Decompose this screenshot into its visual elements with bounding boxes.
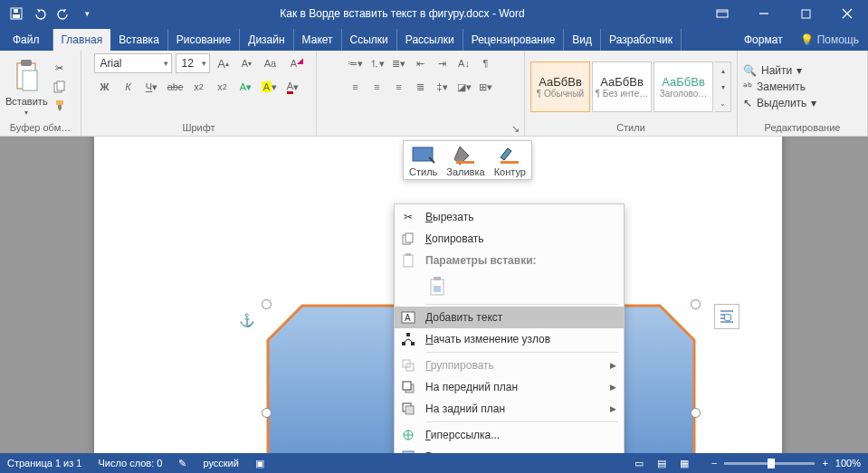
italic-icon[interactable]: К — [119, 77, 138, 97]
styles-gallery-scroll[interactable]: ▴▾⌄ — [715, 61, 731, 112]
paste-icon[interactable] — [10, 58, 43, 94]
status-proof-icon[interactable]: ✎ — [178, 458, 186, 469]
status-lang[interactable]: русский — [203, 458, 238, 468]
anchor-icon[interactable]: ⚓ — [239, 313, 254, 327]
copy-icon[interactable] — [52, 79, 68, 95]
svg-rect-19 — [434, 277, 441, 280]
tab-insert[interactable]: Вставка — [110, 29, 168, 51]
ctx-add-text[interactable]: AДобавить текст — [395, 307, 624, 328]
highlight-icon[interactable]: A▾ — [260, 77, 280, 97]
justify-icon[interactable]: ≣ — [412, 77, 430, 97]
ctx-copy[interactable]: Копировать — [395, 228, 624, 250]
qat-dropdown-icon[interactable]: ▾ — [76, 3, 98, 24]
svg-rect-7 — [23, 71, 37, 90]
svg-rect-1 — [13, 14, 20, 18]
handle-tl[interactable] — [262, 299, 272, 309]
tab-file[interactable]: Файл — [0, 29, 53, 51]
zoom-slider[interactable] — [724, 462, 815, 465]
ctx-cut[interactable]: ✂Вырезать — [395, 206, 624, 228]
tab-draw[interactable]: Рисование — [168, 29, 240, 51]
close-icon[interactable] — [826, 0, 868, 27]
indent-icon[interactable]: ⇥ — [434, 53, 452, 73]
bullets-icon[interactable]: ≔▾ — [347, 53, 365, 73]
save-icon[interactable] — [5, 3, 27, 24]
showmarks-icon[interactable]: ¶ — [477, 53, 495, 73]
align-center-icon[interactable]: ≡ — [368, 77, 386, 97]
zoom-value[interactable]: 100% — [835, 458, 861, 468]
cut-icon[interactable]: ✂ — [52, 60, 68, 76]
outline-icon — [497, 145, 522, 165]
align-left-icon[interactable]: ≡ — [347, 77, 365, 97]
font-name-combo[interactable]: Arial — [94, 53, 172, 73]
handle-ml[interactable] — [262, 408, 272, 418]
tab-view[interactable]: Вид — [564, 29, 601, 51]
tab-home[interactable]: Главная — [53, 29, 111, 51]
mini-fill[interactable]: Заливка — [446, 145, 484, 177]
view-web-icon[interactable]: ▦ — [673, 455, 695, 471]
status-macro-icon[interactable]: ▣ — [255, 458, 264, 469]
view-read-icon[interactable]: ▭ — [628, 455, 650, 471]
ctx-send-back[interactable]: На задний план▶ — [395, 398, 624, 420]
font-size-combo[interactable]: 12 — [176, 53, 210, 73]
strike-icon[interactable]: abc — [166, 77, 186, 97]
ctx-hyperlink[interactable]: Гиперссылка... — [395, 424, 624, 446]
zoom-out-icon[interactable]: − — [711, 458, 717, 468]
context-menu: ✂Вырезать Копировать Параметры вставки: … — [394, 203, 625, 473]
outdent-icon[interactable]: ⇤ — [412, 53, 430, 73]
clear-format-icon[interactable]: A◢ — [284, 53, 304, 73]
shrink-font-icon[interactable]: A▾ — [237, 53, 257, 73]
subscript-icon[interactable]: x2 — [189, 77, 209, 97]
formatpainter-icon[interactable] — [52, 98, 68, 114]
underline-icon[interactable]: Ч▾ — [142, 77, 162, 97]
mini-outline[interactable]: Контур — [494, 145, 526, 177]
paste-option-picture[interactable] — [425, 274, 451, 299]
style-normal[interactable]: АаБбВв¶ Обычный — [530, 61, 590, 112]
status-words[interactable]: Число слов: 0 — [98, 458, 162, 468]
layout-options-button[interactable] — [714, 304, 739, 329]
zoom-in-icon[interactable]: + — [822, 458, 827, 468]
font-color-icon[interactable]: A▾ — [283, 77, 303, 97]
grow-font-icon[interactable]: A▴ — [214, 53, 234, 73]
ribbon-options-icon[interactable] — [701, 0, 743, 27]
tab-developer[interactable]: Разработчик — [601, 29, 682, 51]
tab-design[interactable]: Дизайн — [240, 29, 293, 51]
style-heading[interactable]: АаБбВвЗаголово… — [653, 61, 713, 112]
replace-button[interactable]: ᵃᵇЗаменить — [743, 80, 816, 93]
change-case-icon[interactable]: Aa — [261, 53, 281, 73]
tab-review[interactable]: Рецензирование — [463, 29, 565, 51]
undo-icon[interactable] — [29, 3, 51, 24]
maximize-icon[interactable] — [785, 0, 826, 27]
superscript-icon[interactable]: x2 — [213, 77, 233, 97]
minimize-icon[interactable] — [743, 0, 785, 27]
para-launcher-icon[interactable]: ↘ — [510, 123, 520, 134]
mini-style[interactable]: Стиль — [409, 145, 437, 177]
tab-mail[interactable]: Рассылки — [397, 29, 463, 51]
paste-dropdown-icon[interactable]: ▾ — [24, 109, 28, 117]
tab-layout[interactable]: Макет — [294, 29, 342, 51]
handle-tr[interactable] — [691, 299, 701, 309]
multilevel-icon[interactable]: ≣▾ — [390, 53, 408, 73]
select-button[interactable]: ↖Выделить ▾ — [743, 97, 816, 109]
tellme-search[interactable]: 💡 Помощь — [791, 29, 868, 51]
borders-icon[interactable]: ⊞▾ — [477, 77, 495, 97]
sort-icon[interactable]: A↓ — [455, 53, 473, 73]
shading-icon[interactable]: ◪▾ — [455, 77, 473, 97]
linespacing-icon[interactable]: ‡▾ — [434, 77, 452, 97]
view-print-icon[interactable]: ▤ — [651, 455, 672, 471]
ctx-edit-points[interactable]: Начать изменение узлов — [395, 328, 624, 350]
svg-rect-23 — [402, 342, 405, 345]
numbering-icon[interactable]: ⒈▾ — [368, 53, 386, 73]
style-nospace[interactable]: АаБбВв¶ Без инте… — [592, 61, 652, 112]
status-page[interactable]: Страница 1 из 1 — [7, 458, 81, 468]
tab-format[interactable]: Формат — [736, 29, 791, 51]
ctx-bring-front[interactable]: На передний план▶ — [395, 376, 624, 398]
tab-refs[interactable]: Ссылки — [342, 29, 397, 51]
bold-icon[interactable]: Ж — [95, 77, 115, 97]
replace-icon: ᵃᵇ — [743, 80, 752, 93]
align-right-icon[interactable]: ≡ — [390, 77, 408, 97]
svg-rect-2 — [14, 9, 18, 13]
redo-icon[interactable] — [52, 3, 74, 24]
handle-mr[interactable] — [691, 408, 701, 418]
text-effects-icon[interactable]: A▾ — [236, 77, 256, 97]
find-button[interactable]: 🔍Найти ▾ — [743, 64, 816, 77]
